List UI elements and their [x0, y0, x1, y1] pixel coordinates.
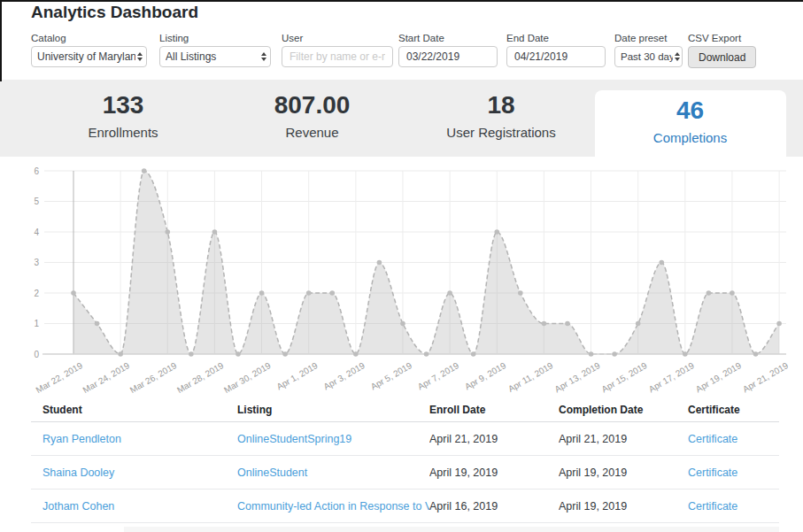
listing-label: Listing [159, 33, 189, 43]
select-stepper-icon [261, 52, 266, 61]
completion-date: April 21, 2019 [559, 433, 688, 445]
end-date-input[interactable] [506, 46, 606, 67]
column-header-certificate: Certificate [688, 404, 779, 416]
filter-bar: Analytics Dashboard Catalog Listing User… [0, 0, 803, 80]
date-preset-label: Date preset [614, 33, 667, 43]
stat-label: Completions [595, 130, 786, 145]
svg-text:Apr 5, 2019: Apr 5, 2019 [369, 360, 414, 392]
csv-export-label: CSV Export [688, 33, 741, 43]
stat-value: 46 [595, 97, 786, 124]
tab-completions[interactable]: 46 Completions [595, 90, 786, 165]
svg-text:Apr 9, 2019: Apr 9, 2019 [463, 360, 508, 392]
select-stepper-icon [675, 52, 680, 61]
completions-chart: 0123456Mar 22, 2019Mar 24, 2019Mar 26, 2… [0, 157, 803, 394]
svg-text:3: 3 [34, 258, 39, 267]
column-header-student: Student [42, 404, 237, 416]
svg-text:6: 6 [34, 166, 39, 176]
start-date-label: Start Date [398, 33, 444, 43]
table-row: Shaina Dooley OnlineStudent April 19, 20… [31, 456, 779, 490]
svg-text:Apr 13, 2019: Apr 13, 2019 [552, 360, 601, 394]
svg-text:5: 5 [34, 197, 39, 206]
student-link[interactable]: Jotham Cohen [42, 500, 114, 513]
table-header-row: StudentListingEnroll DateCompletion Date… [31, 398, 779, 422]
stat-label: User Registrations [405, 125, 597, 140]
user-label: User [282, 33, 303, 43]
svg-text:Mar 28, 2019: Mar 28, 2019 [175, 360, 226, 394]
svg-text:Apr 3, 2019: Apr 3, 2019 [322, 360, 367, 392]
svg-text:Apr 1, 2019: Apr 1, 2019 [274, 360, 320, 392]
window-top-border [0, 0, 803, 2]
svg-text:1: 1 [34, 319, 39, 328]
horizontal-scrollbar[interactable] [124, 527, 779, 532]
column-header-enroll-date: Enroll Date [429, 404, 559, 416]
svg-text:Mar 26, 2019: Mar 26, 2019 [128, 360, 179, 394]
svg-text:Apr 17, 2019: Apr 17, 2019 [647, 360, 696, 394]
listing-link[interactable]: Community-led Action in Response to V... [237, 500, 429, 513]
svg-text:Apr 15, 2019: Apr 15, 2019 [600, 360, 649, 394]
end-date-label: End Date [506, 33, 549, 43]
stat-label: Enrollments [27, 125, 219, 140]
catalog-label: Catalog [31, 33, 66, 43]
svg-text:0: 0 [34, 350, 39, 359]
stat-value: 133 [27, 92, 219, 119]
student-link[interactable]: Shaina Dooley [42, 466, 114, 479]
analytics-dashboard: Analytics Dashboard Catalog Listing User… [0, 0, 803, 532]
svg-text:Apr 11, 2019: Apr 11, 2019 [506, 360, 555, 394]
certificate-link[interactable]: Certificate [688, 466, 737, 479]
stat-value: 18 [405, 92, 597, 119]
stat-label: Revenue [217, 125, 408, 140]
svg-text:2: 2 [34, 289, 39, 298]
svg-text:Apr 7, 2019: Apr 7, 2019 [416, 360, 461, 392]
listing-select[interactable]: All Listings [159, 46, 271, 67]
tab-user-registrations[interactable]: 18 User Registrations [405, 80, 597, 157]
completions-table: StudentListingEnroll DateCompletion Date… [31, 398, 779, 523]
certificate-link[interactable]: Certificate [688, 433, 737, 445]
listing-link[interactable]: OnlineStudentSpring19 [237, 433, 351, 445]
svg-text:4: 4 [34, 227, 39, 237]
tab-enrollments[interactable]: 133 Enrollments [27, 80, 219, 157]
stats-tabs: 133 Enrollments807.00 Revenue18 User Reg… [0, 80, 803, 157]
catalog-select[interactable]: University of Maryland Co [31, 46, 147, 67]
column-header-listing: Listing [237, 404, 429, 416]
enroll-date: April 16, 2019 [429, 500, 559, 513]
column-header-completion-date: Completion Date [559, 404, 688, 416]
start-date-input[interactable] [398, 46, 498, 67]
enroll-date: April 19, 2019 [429, 466, 559, 479]
date-preset-select[interactable]: Past 30 days [614, 46, 683, 67]
student-link[interactable]: Ryan Pendleton [42, 433, 121, 445]
svg-text:Mar 24, 2019: Mar 24, 2019 [81, 360, 132, 394]
user-filter-input[interactable] [282, 46, 393, 67]
page-title: Analytics Dashboard [31, 3, 198, 22]
svg-text:Mar 22, 2019: Mar 22, 2019 [34, 360, 84, 394]
csv-download-button[interactable]: Download [688, 46, 756, 68]
enroll-date: April 21, 2019 [429, 433, 559, 445]
svg-text:Apr 19, 2019: Apr 19, 2019 [694, 360, 743, 394]
tab-revenue[interactable]: 807.00 Revenue [217, 80, 408, 157]
table-row: Ryan Pendleton OnlineStudentSpring19 Apr… [31, 422, 779, 456]
stat-value: 807.00 [217, 92, 408, 119]
area-chart: 0123456Mar 22, 2019Mar 24, 2019Mar 26, 2… [0, 157, 803, 394]
table-row: Jotham Cohen Community-led Action in Res… [31, 490, 779, 523]
svg-text:Mar 30, 2019: Mar 30, 2019 [222, 360, 273, 394]
completion-date: April 19, 2019 [559, 500, 688, 513]
completion-date: April 19, 2019 [559, 466, 688, 479]
svg-text:Apr 21, 2019: Apr 21, 2019 [741, 360, 790, 394]
listing-link[interactable]: OnlineStudent [237, 466, 307, 479]
select-stepper-icon [137, 52, 143, 61]
window-left-border [0, 0, 2, 81]
certificate-link[interactable]: Certificate [688, 500, 737, 513]
